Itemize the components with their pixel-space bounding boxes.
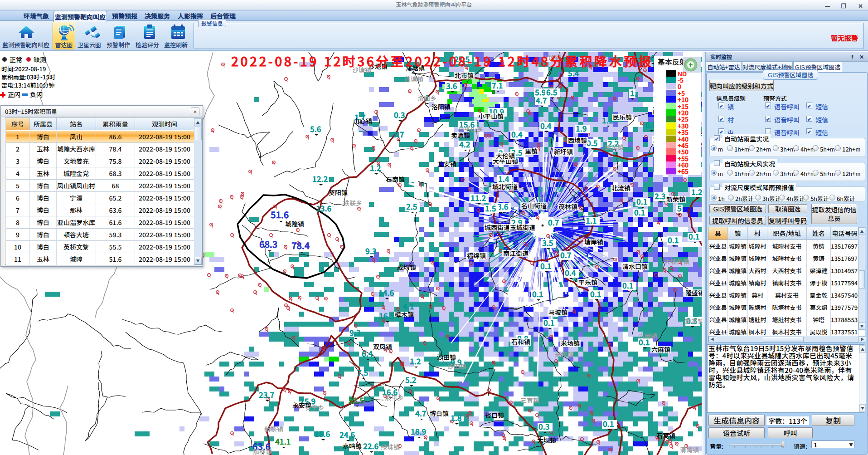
svg-text:浪平乡: 浪平乡	[385, 393, 404, 402]
svg-text:隆盛镇: 隆盛镇	[685, 288, 702, 297]
svg-text:博白镇: 博白镇	[430, 409, 449, 418]
svg-text:0.7: 0.7	[560, 249, 572, 260]
svg-text:西埌镇: 西埌镇	[568, 136, 587, 145]
svg-text:径口镇: 径口镇	[485, 411, 504, 420]
svg-text:0.1: 0.1	[689, 230, 699, 242]
svg-text:23.7: 23.7	[259, 389, 274, 400]
svg-text:18.9: 18.9	[411, 426, 426, 437]
svg-text:33.5: 33.5	[349, 394, 364, 406]
svg-text:4.7: 4.7	[415, 407, 427, 419]
svg-text:9.3: 9.3	[349, 327, 361, 338]
svg-text:双凤镇: 双凤镇	[373, 342, 392, 351]
svg-text:41.1: 41.1	[275, 435, 291, 447]
svg-text:民乐镇: 民乐镇	[613, 113, 632, 122]
svg-text:2022-08-19 12时36分至2022-08-19 1: 2022-08-19 12时36分至2022-08-19 12时48分累积降水预…	[231, 52, 653, 70]
svg-text:三育镇: 三育镇	[520, 396, 539, 405]
svg-text:洛阳镇: 洛阳镇	[432, 102, 451, 111]
svg-text:6.4: 6.4	[362, 347, 373, 359]
svg-text:城西街道: 城西街道	[485, 223, 510, 232]
svg-text:1.2: 1.2	[691, 186, 702, 197]
svg-text:北流镇: 北流镇	[611, 183, 630, 192]
svg-text:7.1: 7.1	[492, 79, 503, 91]
svg-text:玉城街道: 玉城街道	[510, 223, 535, 232]
svg-text:六麻镇: 六麻镇	[651, 345, 670, 354]
svg-text:山心镇: 山心镇	[353, 116, 372, 125]
svg-text:负闪: 负闪	[30, 90, 43, 99]
svg-text:南江街道: 南江街道	[503, 249, 529, 258]
svg-text:16.5: 16.5	[379, 310, 394, 321]
svg-text:里镇: 里镇	[525, 147, 538, 156]
svg-text:沙田镇: 沙田镇	[447, 362, 466, 371]
svg-text:0.3: 0.3	[538, 421, 550, 432]
svg-text:时间:2022-08-19: 时间:2022-08-19	[1, 64, 46, 73]
svg-text:民乐镇: 民乐镇	[605, 142, 624, 152]
svg-text:沙田镇: 沙田镇	[437, 352, 456, 362]
svg-text:樟木镇: 樟木镇	[395, 310, 414, 319]
svg-text:11.2: 11.2	[470, 192, 486, 203]
svg-text:7.7: 7.7	[393, 128, 404, 140]
svg-text:蒲塘镇: 蒲塘镇	[404, 74, 423, 83]
svg-text:清水口镇: 清水口镇	[622, 262, 648, 271]
svg-text:2.3: 2.3	[655, 190, 666, 201]
svg-text:1: 1	[630, 87, 635, 98]
svg-text:石窝镇: 石窝镇	[656, 431, 675, 440]
svg-text:龙安镇: 龙安镇	[437, 159, 456, 168]
svg-text:正闪: 正闪	[8, 90, 20, 99]
svg-text:小平山镇: 小平山镇	[478, 112, 504, 121]
svg-text:名山街道: 名山街道	[521, 201, 547, 210]
svg-text:石和镇: 石和镇	[511, 337, 530, 346]
svg-text:5.6: 5.6	[310, 123, 321, 134]
svg-text:6.5: 6.5	[546, 86, 558, 98]
svg-text:福绵镇: 福绵镇	[467, 251, 486, 260]
svg-text:4.7: 4.7	[536, 94, 547, 106]
svg-text:1.2: 1.2	[370, 162, 381, 173]
svg-text:新丰镇: 新丰镇	[685, 317, 702, 326]
svg-text:0.1: 0.1	[622, 279, 633, 291]
svg-text:大垌镇: 大垌镇	[537, 435, 556, 445]
svg-text:平乐镇: 平乐镇	[578, 278, 597, 287]
svg-text:1.1: 1.1	[602, 114, 613, 126]
svg-text:3.6: 3.6	[446, 80, 457, 91]
svg-text:0.1: 0.1	[603, 418, 614, 429]
svg-text:0.1: 0.1	[636, 196, 647, 207]
svg-text:0.1: 0.1	[634, 206, 645, 218]
svg-text:24.6: 24.6	[339, 429, 355, 440]
svg-text:绿珠镇: 绿珠镇	[381, 442, 400, 451]
svg-text:0.1: 0.1	[543, 317, 554, 328]
svg-text:北市镇: 北市镇	[455, 71, 474, 80]
svg-text:城隍镇: 城隍镇	[285, 219, 304, 228]
svg-text:塘岸镇: 塘岸镇	[584, 237, 603, 246]
svg-text:茂林镇: 茂林镇	[558, 202, 577, 211]
svg-text:洛阳乡: 洛阳乡	[417, 93, 436, 103]
svg-text:0.4: 0.4	[565, 267, 576, 278]
svg-text:14.6: 14.6	[378, 287, 394, 298]
svg-text:新荣镇: 新荣镇	[666, 195, 685, 204]
svg-text:0.4: 0.4	[511, 128, 523, 140]
svg-text:成均镇: 成均镇	[397, 263, 416, 272]
svg-text:那林镇: 那林镇	[253, 447, 272, 455]
svg-text:1.8: 1.8	[451, 412, 462, 423]
svg-text:城北街道: 城北街道	[492, 182, 518, 191]
svg-text:正常: 正常	[10, 55, 22, 64]
svg-text:4.2: 4.2	[459, 138, 470, 150]
svg-text:新圩镇: 新圩镇	[554, 147, 573, 156]
svg-text:0.4: 0.4	[540, 120, 552, 131]
svg-text:78.4: 78.4	[291, 239, 310, 252]
svg-text:1.9: 1.9	[576, 122, 587, 134]
svg-text:1.2: 1.2	[410, 355, 421, 367]
svg-text:5.2: 5.2	[405, 374, 417, 385]
svg-text:石南镇: 石南镇	[386, 175, 405, 184]
svg-text:新桥镇: 新桥镇	[264, 424, 283, 433]
svg-text:1.1: 1.1	[586, 215, 596, 226]
svg-text:7.5: 7.5	[357, 367, 369, 378]
svg-text:0.1: 0.1	[668, 234, 679, 245]
svg-text:安宁乡: 安宁乡	[305, 403, 324, 412]
svg-text:米场镇: 米场镇	[555, 350, 574, 359]
svg-text:0.3: 0.3	[394, 109, 405, 120]
svg-text:22.6: 22.6	[363, 440, 378, 451]
svg-text:雷电:13:14前10分钟: 雷电:13:14前10分钟	[1, 81, 54, 89]
svg-text:大坡外镇: 大坡外镇	[664, 257, 689, 266]
svg-text:+65: +65	[678, 166, 689, 176]
svg-text:0.5: 0.5	[587, 137, 598, 148]
svg-text:15.6: 15.6	[315, 428, 330, 439]
